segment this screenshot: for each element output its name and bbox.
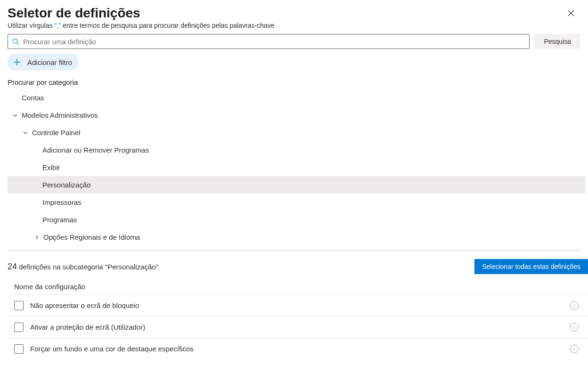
settings-list[interactable]: Não apresentar o ecrã de bloqueioiAtivar…: [0, 294, 588, 360]
svg-point-0: [13, 39, 17, 43]
setting-row[interactable]: Não apresentar o ecrã de bloqueioi: [8, 294, 588, 316]
checkbox[interactable]: [14, 301, 24, 310]
checkbox[interactable]: [14, 344, 24, 354]
chevron-down-icon: [22, 129, 29, 137]
chevron-right-icon: [33, 234, 41, 241]
tree-item[interactable]: Modelos Administrativos: [8, 106, 585, 124]
browse-category-label: Procurar por categoria: [0, 76, 588, 89]
tree-item-label: Adicionar ou Remover Programas: [42, 146, 149, 154]
chevron-down-icon: [11, 112, 19, 119]
tree-item[interactable]: Programas: [8, 211, 585, 228]
tree-item[interactable]: Personalização: [8, 176, 585, 194]
tree-item[interactable]: Controle Painel: [8, 124, 585, 141]
svg-line-1: [16, 42, 18, 44]
search-button[interactable]: Pesquisa: [534, 34, 580, 49]
setting-name: Forçar um fundo e uma cor de destaque es…: [30, 345, 570, 353]
search-icon: [12, 38, 19, 45]
tree-item[interactable]: Adicionar ou Remover Programas: [8, 141, 585, 159]
search-input[interactable]: [23, 38, 525, 46]
tree-item-label: Exibir: [42, 163, 60, 171]
tree-item-label: Controle Painel: [32, 129, 81, 137]
select-all-button[interactable]: Selecionar todas estas definições: [474, 259, 588, 274]
tree-item[interactable]: Opções Regionais e de Idioma: [8, 228, 585, 244]
dialog-subtitle: Utilizar vírgulas "," entre termos de pe…: [0, 21, 588, 34]
info-icon[interactable]: i: [570, 301, 579, 310]
tree-item[interactable]: Exibir: [8, 159, 585, 176]
setting-row[interactable]: Forçar um fundo e uma cor de destaque es…: [8, 338, 588, 359]
setting-name: Não apresentar o ecrã de bloqueio: [30, 301, 570, 309]
column-header-name: Nome da configuração: [0, 280, 588, 294]
tree-item-label: Opções Regionais e de Idioma: [43, 233, 140, 241]
tree-item-label: Contas: [22, 94, 44, 102]
tree-item-label: Impressoras: [42, 198, 82, 206]
dialog-title: Seletor de definições: [8, 6, 140, 21]
info-icon[interactable]: i: [570, 323, 579, 332]
checkbox[interactable]: [14, 323, 24, 332]
setting-row[interactable]: Ativar a proteção de ecrã (Utilizador)i: [8, 316, 588, 338]
add-filter-button[interactable]: Adicionar filtro: [8, 54, 79, 71]
tree-item-label: Modelos Administrativos: [22, 111, 98, 119]
plus-icon: [10, 56, 24, 69]
results-count: 24 definições na subcategoria "Personali…: [8, 262, 158, 272]
close-icon: [568, 10, 574, 16]
info-icon[interactable]: i: [570, 345, 579, 353]
tree-item-label: Programas: [42, 216, 77, 224]
tree-item[interactable]: Impressoras: [8, 194, 585, 211]
tree-item-label: Personalização: [42, 181, 91, 189]
tree-item[interactable]: Contas: [8, 89, 585, 106]
search-box[interactable]: [8, 34, 530, 49]
close-button[interactable]: [564, 6, 579, 21]
setting-name: Ativar a proteção de ecrã (Utilizador): [30, 323, 570, 331]
add-filter-label: Adicionar filtro: [27, 58, 72, 66]
category-tree[interactable]: ContasModelos AdministrativosControle Pa…: [0, 89, 588, 244]
